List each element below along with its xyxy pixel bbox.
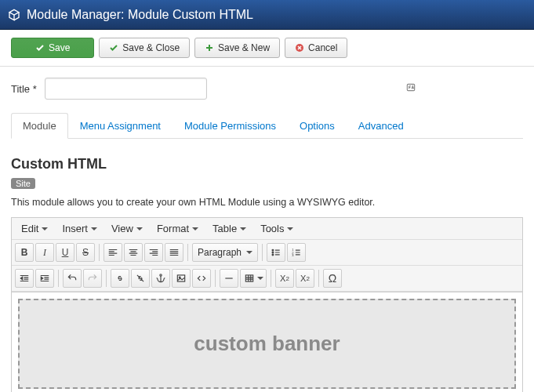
undo-icon <box>67 273 78 284</box>
caret-icon <box>246 251 252 254</box>
module-description: This module allows you to create your ow… <box>11 197 523 208</box>
tab-options[interactable]: Options <box>288 113 347 139</box>
strikethrough-button[interactable]: S <box>76 243 95 262</box>
align-left-button[interactable] <box>104 243 122 262</box>
indent-icon <box>39 273 50 284</box>
tab-menu-assignment[interactable]: Menu Assignment <box>68 113 173 139</box>
align-right-button[interactable] <box>144 243 163 262</box>
menu-edit-label: Edit <box>21 223 38 234</box>
menu-table[interactable]: Table <box>213 223 246 234</box>
superscript-button[interactable]: X2 <box>296 269 314 288</box>
check-icon <box>35 43 45 53</box>
separator <box>99 244 100 261</box>
tab-module-permissions-label: Module Permissions <box>184 120 276 132</box>
title-label: Title * <box>11 83 37 95</box>
tab-module[interactable]: Module <box>11 113 68 139</box>
paragraph-select[interactable]: Paragraph <box>192 243 258 262</box>
svg-rect-11 <box>245 275 252 281</box>
cancel-button[interactable]: Cancel <box>285 38 347 58</box>
special-character-button[interactable]: Ω <box>323 269 342 288</box>
save-label: Save <box>49 42 70 53</box>
paragraph-select-label: Paragraph <box>198 247 242 258</box>
subscript-button[interactable]: X2 <box>275 269 294 288</box>
tab-advanced[interactable]: Advanced <box>347 113 416 139</box>
caret-icon <box>192 227 198 230</box>
svg-point-2 <box>272 249 274 251</box>
align-justify-button[interactable] <box>165 243 183 262</box>
separator <box>262 244 263 261</box>
page-title: Module Manager: Module Custom HTML <box>27 8 253 22</box>
cancel-icon <box>295 43 304 53</box>
underline-button[interactable]: U <box>56 243 74 262</box>
svg-point-8 <box>160 274 162 276</box>
save-button[interactable]: Save <box>11 38 94 58</box>
image-button[interactable] <box>172 269 191 288</box>
undo-button[interactable] <box>63 269 82 288</box>
editor-canvas[interactable]: custom banner <box>11 292 523 392</box>
align-center-button[interactable] <box>124 243 143 262</box>
link-button[interactable] <box>111 269 129 288</box>
source-code-button[interactable] <box>192 269 211 288</box>
save-close-button[interactable]: Save & Close <box>99 38 190 58</box>
custom-banner-placeholder[interactable]: custom banner <box>18 299 516 389</box>
menu-table-label: Table <box>213 223 237 234</box>
anchor-icon <box>155 273 166 284</box>
tab-module-permissions[interactable]: Module Permissions <box>173 113 288 139</box>
separator <box>58 270 59 287</box>
italic-button[interactable]: I <box>35 243 54 262</box>
bold-button[interactable]: B <box>15 243 34 262</box>
tabs: Module Menu Assignment Module Permission… <box>11 112 523 139</box>
align-right-icon <box>148 247 159 258</box>
separator <box>215 270 216 287</box>
caret-icon <box>136 227 143 230</box>
link-icon <box>114 273 125 284</box>
editor-menu-row: Edit Insert View Format Table Tools <box>12 218 522 240</box>
outdent-icon <box>19 273 30 284</box>
save-close-label: Save & Close <box>122 42 180 53</box>
menu-format[interactable]: Format <box>157 223 198 234</box>
tab-module-label: Module <box>23 120 56 132</box>
horizontal-rule-button[interactable] <box>220 269 238 288</box>
numbered-list-icon: 123 <box>291 247 302 258</box>
editor-icon-row-2: X2 X2 Ω <box>12 266 522 292</box>
plus-icon <box>205 43 214 53</box>
module-heading: Custom HTML <box>11 156 523 172</box>
separator <box>187 244 188 261</box>
save-new-label: Save & New <box>218 42 270 53</box>
caret-icon <box>287 227 293 230</box>
menu-insert-label: Insert <box>62 223 88 234</box>
form-area: Title * Module Menu Assignment Module Pe… <box>0 67 534 143</box>
cancel-label: Cancel <box>308 42 337 53</box>
redo-button[interactable] <box>83 269 102 288</box>
outdent-button[interactable] <box>15 269 34 288</box>
align-center-icon <box>128 247 139 258</box>
svg-point-4 <box>272 254 274 256</box>
editor-toolbar: Edit Insert View Format Table Tools B I … <box>11 217 523 292</box>
menu-tools[interactable]: Tools <box>260 223 293 234</box>
language-icon[interactable] <box>405 82 416 96</box>
tab-options-label: Options <box>300 120 335 132</box>
anchor-button[interactable] <box>151 269 170 288</box>
module-body: Custom HTML Site This module allows you … <box>0 143 534 392</box>
bullet-list-button[interactable] <box>267 243 285 262</box>
numbered-list-button[interactable]: 123 <box>287 243 306 262</box>
title-input[interactable] <box>45 78 207 100</box>
check-icon <box>109 43 118 53</box>
title-row: Title * <box>11 78 523 100</box>
caret-icon <box>91 227 97 230</box>
code-icon <box>196 273 207 284</box>
indent-button[interactable] <box>35 269 54 288</box>
site-badge: Site <box>11 178 35 189</box>
save-new-button[interactable]: Save & New <box>194 38 280 58</box>
svg-text:3: 3 <box>292 253 294 257</box>
table-button[interactable] <box>240 269 267 288</box>
page-header: Module Manager: Module Custom HTML <box>0 0 534 30</box>
unlink-button[interactable] <box>131 269 150 288</box>
menu-view-label: View <box>111 223 133 234</box>
table-icon <box>244 273 255 284</box>
menu-tools-label: Tools <box>260 223 284 234</box>
menu-insert[interactable]: Insert <box>62 223 97 234</box>
menu-edit[interactable]: Edit <box>21 223 48 234</box>
menu-view[interactable]: View <box>111 223 143 234</box>
action-toolbar: Save Save & Close Save & New Cancel <box>0 30 534 67</box>
